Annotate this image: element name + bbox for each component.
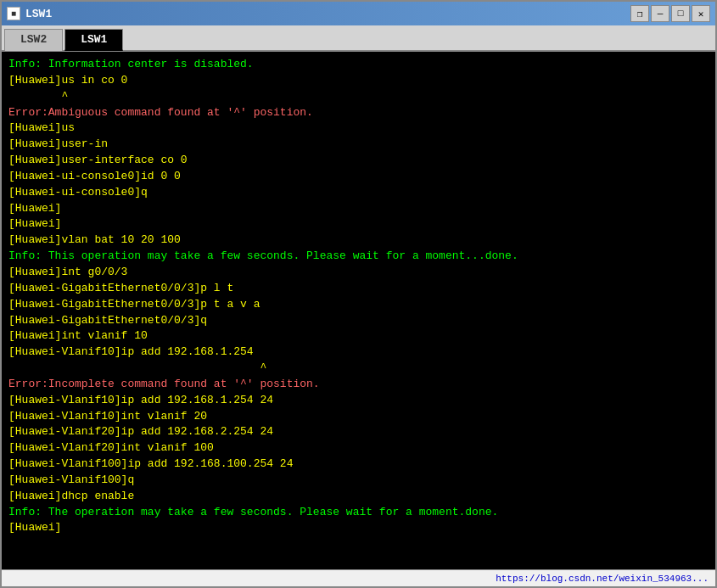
terminal-line: [Huawei]us in co 0 bbox=[8, 73, 709, 89]
main-window: ■ LSW1 ❐ — □ ✕ LSW2 LSW1 Info: Informati… bbox=[0, 0, 717, 588]
terminal-line: [Huawei]us bbox=[8, 120, 709, 137]
terminal-line: Error:Incomplete command found at '^' po… bbox=[8, 377, 709, 393]
maximize-button[interactable]: □ bbox=[671, 5, 690, 22]
terminal-line: [Huawei] bbox=[8, 520, 709, 536]
terminal-container: Info: Information center is disabled.[Hu… bbox=[2, 52, 715, 569]
terminal-line: [Huawei] bbox=[8, 216, 709, 232]
terminal-line: ^ bbox=[8, 89, 709, 105]
terminal-line: [Huawei-GigabitEthernet0/0/3]p l t bbox=[8, 281, 709, 297]
tab-lsw1[interactable]: LSW1 bbox=[64, 29, 123, 51]
terminal-line: [Huawei-ui-console0]q bbox=[8, 185, 709, 201]
terminal-line: [Huawei]int g0/0/3 bbox=[8, 265, 709, 281]
terminal-line: Info: This operation may take a few seco… bbox=[8, 249, 709, 265]
tab-lsw2[interactable]: LSW2 bbox=[4, 29, 63, 51]
terminal-line: ^ bbox=[8, 361, 709, 377]
restore-button[interactable]: ❐ bbox=[630, 5, 649, 22]
terminal-line: [Huawei-Vlanif100]ip add 192.168.100.254… bbox=[8, 456, 709, 473]
terminal-line: Info: Information center is disabled. bbox=[8, 57, 709, 73]
terminal-content[interactable]: Info: Information center is disabled.[Hu… bbox=[2, 52, 715, 569]
close-button[interactable]: ✕ bbox=[692, 5, 710, 22]
minimize-button[interactable]: — bbox=[651, 5, 669, 22]
terminal-line: [Huawei]vlan bat 10 20 100 bbox=[8, 232, 709, 249]
terminal-line: Error:Ambiguous command found at '^' pos… bbox=[8, 105, 709, 121]
terminal-line: Info: The operation may take a few secon… bbox=[8, 505, 709, 521]
terminal-line: [Huawei-GigabitEthernet0/0/3]p t a v a bbox=[8, 297, 709, 313]
terminal-line: [Huawei-GigabitEthernet0/0/3]q bbox=[8, 313, 709, 329]
window-title: LSW1 bbox=[25, 8, 52, 20]
terminal-line: [Huawei-ui-console0]id 0 0 bbox=[8, 169, 709, 185]
status-bar: https://blog.csdn.net/weixin_534963... bbox=[2, 569, 715, 586]
app-icon: ■ bbox=[7, 7, 20, 20]
terminal-line: [Huawei]user-in bbox=[8, 137, 709, 153]
terminal-line: [Huawei]int vlanif 10 bbox=[8, 328, 709, 344]
terminal-line: [Huawei-Vlanif10]ip add 192.168.1.254 24 bbox=[8, 393, 709, 409]
terminal-line: [Huawei]user-interface co 0 bbox=[8, 153, 709, 169]
terminal-line: [Huawei-Vlanif20]int vlanif 100 bbox=[8, 440, 709, 456]
status-text: https://blog.csdn.net/weixin_534963... bbox=[496, 574, 709, 584]
terminal-line: [Huawei-Vlanif100]q bbox=[8, 473, 709, 489]
terminal-line: [Huawei-Vlanif10]ip add 192.168.1.254 bbox=[8, 344, 709, 361]
tab-bar: LSW2 LSW1 bbox=[2, 25, 715, 52]
title-bar-left: ■ LSW1 bbox=[7, 7, 52, 20]
terminal-line: [Huawei-Vlanif10]int vlanif 20 bbox=[8, 409, 709, 425]
terminal-line: [Huawei]dhcp enable bbox=[8, 489, 709, 505]
title-controls: ❐ — □ ✕ bbox=[630, 5, 710, 22]
title-bar: ■ LSW1 ❐ — □ ✕ bbox=[2, 2, 715, 25]
terminal-line: [Huawei] bbox=[8, 201, 709, 217]
terminal-line: [Huawei-Vlanif20]ip add 192.168.2.254 24 bbox=[8, 424, 709, 440]
